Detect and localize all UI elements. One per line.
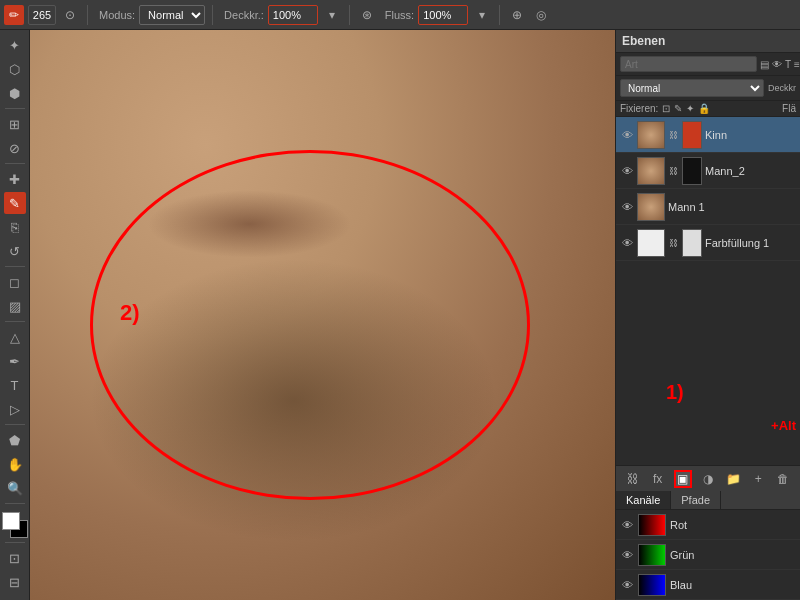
fixieren-label: Fixieren: — [620, 103, 658, 114]
brush-size-badge: 265 — [28, 5, 56, 25]
fix-lock-icon[interactable]: 🔒 — [698, 103, 710, 114]
layer-fx-icon[interactable]: fx — [649, 470, 667, 488]
tab-pfade[interactable]: Pfade — [671, 491, 721, 509]
gradient-tool-icon[interactable]: ▨ — [4, 295, 26, 317]
layers-visibility-icon[interactable]: 👁 — [772, 56, 782, 72]
fix-pos-icon[interactable]: ⊡ — [662, 103, 670, 114]
layers-search-input[interactable] — [620, 56, 757, 72]
opacity-label: Deckkr — [768, 83, 796, 93]
main-area: ✦ ⬡ ⬢ ⊞ ⊘ ✚ ✎ ⎘ ↺ ◻ ▨ △ ✒ T ▷ ⬟ ✋ 🔍 ⊡ ⊟ — [0, 30, 800, 600]
tool-sep-5 — [5, 424, 25, 425]
channel-thumb-gruen — [638, 544, 666, 566]
dodge-tool-icon[interactable]: △ — [4, 326, 26, 348]
layer-item-kinn[interactable]: 👁 ⛓ Kinn — [616, 117, 800, 153]
screen-mode-icon[interactable]: ⊟ — [4, 571, 26, 593]
canvas-image — [30, 30, 615, 600]
channel-item-blau[interactable]: 👁 Blau — [616, 570, 800, 600]
new-layer-icon[interactable]: + — [749, 470, 767, 488]
add-mask-icon[interactable]: ▣ — [674, 470, 692, 488]
layers-mode-row: Normal Deckkr — [616, 76, 800, 101]
layer-mask-farbfuellung — [682, 229, 702, 257]
alt-annotation: +Alt — [771, 418, 796, 433]
new-group-icon[interactable]: 📁 — [724, 470, 742, 488]
brush-tool-icon[interactable]: ✏ — [4, 5, 24, 25]
history-tool-icon[interactable]: ↺ — [4, 240, 26, 262]
clone-tool-icon[interactable]: ⎘ — [4, 216, 26, 238]
fix-brush-icon[interactable]: ✎ — [674, 103, 682, 114]
fix-fill-label: Flä — [782, 103, 796, 114]
new-adjustment-icon[interactable]: ◑ — [699, 470, 717, 488]
channels-tabs-row: Kanäle Pfade — [616, 491, 800, 510]
crop-tool-icon[interactable]: ⊞ — [4, 113, 26, 135]
heal-tool-icon[interactable]: ✚ — [4, 168, 26, 190]
left-sidebar: ✦ ⬡ ⬢ ⊞ ⊘ ✚ ✎ ⎘ ↺ ◻ ▨ △ ✒ T ▷ ⬟ ✋ 🔍 ⊡ ⊟ — [0, 30, 30, 600]
channel-item-gruen[interactable]: 👁 Grün — [616, 540, 800, 570]
tool-sep-1 — [5, 108, 25, 109]
layers-search-row: ▤ 👁 T ≡ — [616, 53, 800, 76]
toolbar-separator-3 — [349, 5, 350, 25]
extra-option-icon[interactable]: ⊕ — [507, 5, 527, 25]
layer-thumb-mann2 — [637, 157, 665, 185]
fluss-dropdown-icon[interactable]: ▾ — [472, 5, 492, 25]
channel-vis-gruen[interactable]: 👁 — [620, 548, 634, 562]
fix-move-icon[interactable]: ✦ — [686, 103, 694, 114]
layers-search-icon[interactable]: ▤ — [760, 56, 769, 72]
layer-mask-kinn — [682, 121, 702, 149]
lasso2-tool-icon[interactable]: ⬢ — [4, 82, 26, 104]
link-layers-icon[interactable]: ⛓ — [624, 470, 642, 488]
move-tool-icon[interactable]: ✦ — [4, 34, 26, 56]
eraser-tool-icon[interactable]: ◻ — [4, 271, 26, 293]
hand-tool-icon[interactable]: ✋ — [4, 453, 26, 475]
layer-item-mann1[interactable]: 👁 Mann 1 — [616, 189, 800, 225]
deckkr-label: Deckkr.: — [224, 9, 264, 21]
channel-item-rot[interactable]: 👁 Rot — [616, 510, 800, 540]
toolbar-separator-1 — [87, 5, 88, 25]
foreground-color-swatch[interactable] — [2, 512, 20, 530]
zoom-tool-icon[interactable]: 🔍 — [4, 477, 26, 499]
tool-sep-2 — [5, 163, 25, 164]
channel-vis-rot[interactable]: 👁 — [620, 518, 634, 532]
toolbar-separator-4 — [499, 5, 500, 25]
layer-vis-kinn[interactable]: 👁 — [620, 128, 634, 142]
layer-mask-mann2 — [682, 157, 702, 185]
pen-tool-icon[interactable]: ✒ — [4, 350, 26, 372]
color-swatches[interactable] — [2, 512, 28, 538]
lasso-tool-icon[interactable]: ⬡ — [4, 58, 26, 80]
channel-name-rot: Rot — [670, 519, 687, 531]
toolbar-separator-2 — [212, 5, 213, 25]
shape-tool-icon[interactable]: ⬟ — [4, 429, 26, 451]
tool-sep-6 — [5, 503, 25, 504]
channel-thumb-blau — [638, 574, 666, 596]
airbrush-icon[interactable]: ⊛ — [357, 5, 377, 25]
layer-item-mann2[interactable]: 👁 ⛓ Mann_2 — [616, 153, 800, 189]
canvas-area: 2) — [30, 30, 615, 600]
extra-option2-icon[interactable]: ◎ — [531, 5, 551, 25]
layer-vis-mann2[interactable]: 👁 — [620, 164, 634, 178]
text-tool-icon[interactable]: T — [4, 374, 26, 396]
delete-layer-icon[interactable]: 🗑 — [774, 470, 792, 488]
path-select-icon[interactable]: ▷ — [4, 398, 26, 420]
layers-extra-icon[interactable]: ≡ — [794, 56, 800, 72]
layers-mode-select[interactable]: Normal — [620, 79, 764, 97]
top-toolbar: ✏ 265 ⊙ Modus: Normal Deckkr.: ▾ ⊛ Fluss… — [0, 0, 800, 30]
layers-type-icon[interactable]: T — [785, 56, 791, 72]
deckkr-dropdown-icon[interactable]: ▾ — [322, 5, 342, 25]
eyedrop-tool-icon[interactable]: ⊘ — [4, 137, 26, 159]
channel-name-gruen: Grün — [670, 549, 694, 561]
layer-annotation-1: 1) — [666, 381, 684, 404]
fluss-label: Fluss: — [385, 9, 414, 21]
channel-vis-blau[interactable]: 👁 — [620, 578, 634, 592]
layer-vis-mann1[interactable]: 👁 — [620, 200, 634, 214]
layer-thumb-mann1 — [637, 193, 665, 221]
lips-area — [147, 190, 352, 258]
modus-select[interactable]: Normal — [139, 5, 205, 25]
quick-mask-icon[interactable]: ⊡ — [4, 547, 26, 569]
layers-panel-header: Ebenen — [616, 30, 800, 53]
brush-options-icon[interactable]: ⊙ — [60, 5, 80, 25]
deckkr-input[interactable] — [268, 5, 318, 25]
tab-kanale[interactable]: Kanäle — [616, 491, 671, 509]
layer-vis-farbfuellung[interactable]: 👁 — [620, 236, 634, 250]
layer-item-farbfuellung[interactable]: 👁 ⛓ Farbfüllung 1 — [616, 225, 800, 261]
brush-tool-sidebar-icon[interactable]: ✎ — [4, 192, 26, 214]
fluss-input[interactable] — [418, 5, 468, 25]
